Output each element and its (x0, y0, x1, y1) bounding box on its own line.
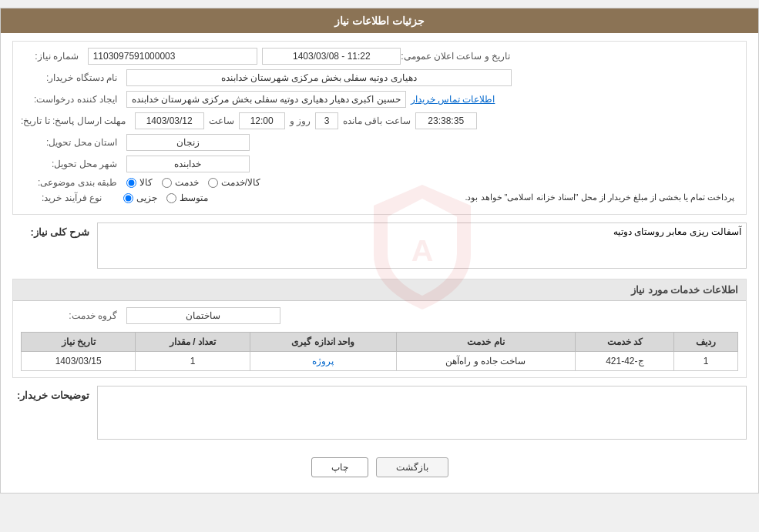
category-khedmat-option[interactable]: خدمت (162, 177, 199, 188)
category-kala-option[interactable]: کالا (126, 177, 153, 188)
cell-row: 1 (674, 352, 738, 371)
cell-code: ج-42-421 (576, 352, 674, 371)
response-date-value: 1403/03/12 (135, 112, 204, 129)
need-number-value: 1103097591000003 (88, 48, 257, 65)
cell-date: 1403/03/15 (22, 352, 136, 371)
col-date: تاریخ نیاز (22, 333, 136, 352)
response-days-value: 3 (315, 112, 338, 129)
category-khedmat-radio[interactable] (162, 178, 172, 188)
need-description-textarea[interactable] (97, 223, 747, 269)
col-qty: تعداد / مقدار (136, 333, 250, 352)
services-table: ردیف کد خدمت نام خدمت واحد اندازه گیری ت… (21, 332, 738, 371)
col-code: کد خدمت (576, 333, 674, 352)
buyer-notes-textarea[interactable] (97, 386, 747, 440)
services-section-title: اطلاعات خدمات مورد نیاز (13, 279, 746, 301)
category-label: طبقه بندی موضوعی: (21, 177, 121, 188)
contact-link[interactable]: اطلاعات تماس خریدار (411, 94, 495, 105)
purchase-type-note: پرداخت تمام یا بخشی از مبلغ خریدار از مح… (214, 192, 738, 202)
response-days-label: روز و (290, 115, 311, 126)
announce-datetime-value: 1403/03/08 - 11:22 (262, 48, 401, 65)
purchase-type-motavasset-radio[interactable] (166, 193, 176, 203)
cell-unit: پروژه (250, 352, 396, 371)
response-deadline-label: مهلت ارسال پاسخ: تا تاریخ: (21, 115, 129, 126)
service-group-value: ساختمان (126, 307, 280, 324)
buyer-org-value: دهیاری دوتیه سفلی بخش مرکزی شهرستان خداب… (126, 69, 512, 86)
purchase-type-jozi-label: جزیی (136, 192, 157, 203)
buyer-notes-label: توضیحات خریدار: (12, 386, 89, 401)
table-row: 1 ج-42-421 ساخت جاده و راه‌آهن پروژه 1 1… (22, 352, 738, 371)
province-value: زنجان (126, 134, 250, 151)
response-time-value: 12:00 (239, 112, 285, 129)
need-description-label: شرح کلی نیاز: (12, 223, 89, 238)
category-kala-khedmat-label: کالا/خدمت (221, 177, 260, 188)
col-name: نام خدمت (396, 333, 576, 352)
province-label: استان محل تحویل: (21, 137, 121, 148)
print-button[interactable]: چاپ (311, 457, 368, 477)
cell-qty: 1 (136, 352, 250, 371)
col-unit: واحد اندازه گیری (250, 333, 396, 352)
purchase-type-radio-group: متوسط جزیی (123, 192, 208, 203)
back-button[interactable]: بازگشت (376, 457, 448, 477)
response-remaining-value: 23:38:35 (415, 112, 477, 129)
city-label: شهر محل تحویل: (21, 159, 121, 169)
need-number-label: شماره نیاز: (21, 51, 82, 62)
purchase-type-label: نوع فرآیند خرید: (21, 192, 106, 203)
cell-name: ساخت جاده و راه‌آهن (396, 352, 576, 371)
col-row: ردیف (674, 333, 738, 352)
purchase-type-jozi-option[interactable]: جزیی (123, 192, 157, 203)
bottom-buttons: بازگشت چاپ (12, 450, 747, 485)
purchase-type-motavasset-label: متوسط (180, 192, 208, 203)
response-remaining-label: ساعت باقی مانده (343, 115, 411, 126)
purchase-type-jozi-radio[interactable] (123, 193, 133, 203)
response-time-label: ساعت (209, 115, 234, 126)
service-group-label: گروه خدمت: (21, 310, 121, 321)
category-radio-group: کالا/خدمت خدمت کالا (126, 177, 260, 188)
city-value: خدابنده (126, 156, 250, 172)
creator-value: حسین اکبری دهیار دهیاری دوتیه سفلی بخش م… (126, 91, 406, 108)
category-kala-radio[interactable] (126, 178, 136, 188)
creator-label: ایجاد کننده درخواست: (21, 94, 121, 105)
category-khedmat-label: خدمت (175, 177, 199, 188)
category-kala-khedmat-radio[interactable] (208, 178, 218, 188)
category-kala-khedmat-option[interactable]: کالا/خدمت (208, 177, 260, 188)
category-kala-label: کالا (139, 177, 153, 188)
buyer-org-label: نام دستگاه خریدار: (21, 72, 121, 83)
purchase-type-motavasset-option[interactable]: متوسط (166, 192, 208, 203)
page-title: جزئیات اطلاعات نیاز (1, 8, 758, 33)
announce-datetime-label: تاریخ و ساعت اعلان عمومی: (401, 51, 514, 62)
